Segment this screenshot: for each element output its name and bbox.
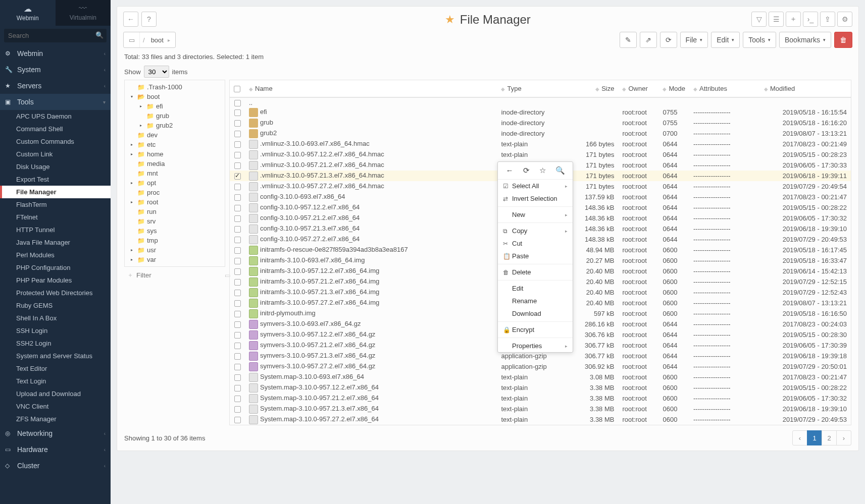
cm-invert-selection[interactable]: ⇄Invert Selection <box>498 192 573 205</box>
cm-star-icon[interactable]: ☆ <box>539 166 546 175</box>
file-name[interactable]: grub2 <box>260 129 277 137</box>
table-row[interactable]: grub2 inode-directory root:root 0700 ---… <box>230 128 851 139</box>
row-checkbox[interactable] <box>234 109 241 116</box>
table-row[interactable]: System.map-3.10.0-957.21.3.el7.x86_64 te… <box>230 404 851 414</box>
row-checkbox[interactable] <box>234 353 241 360</box>
table-row[interactable]: System.map-3.10.0-957.27.2.el7.x86_64 te… <box>230 414 851 425</box>
row-checkbox[interactable] <box>234 321 241 328</box>
back-button[interactable]: ← <box>123 12 138 27</box>
nav-system[interactable]: 🔧System‹ <box>0 62 111 78</box>
tree-item-sys[interactable]: 📁sys <box>128 226 222 236</box>
sort-icon[interactable]: ◆ <box>693 86 697 92</box>
file-name[interactable]: config-3.10.0-957.12.2.el7.x86_64 <box>260 203 360 211</box>
sidebar-item-ssh2-login[interactable]: SSH2 Login <box>0 337 111 350</box>
file-name[interactable]: symvers-3.10.0-957.21.2.el7.x86_64.gz <box>260 341 375 349</box>
file-name[interactable]: System.map-3.10.0-957.12.2.el7.x86_64 <box>260 383 379 391</box>
refresh-button[interactable]: ⟳ <box>660 32 677 48</box>
toggle-icon[interactable]: ▸ <box>131 181 137 185</box>
file-name[interactable]: initramfs-0-rescue-0e827f859a394ad3b8a3e… <box>260 246 408 253</box>
row-checkbox[interactable] <box>234 332 241 339</box>
row-checkbox[interactable] <box>234 247 241 254</box>
sidebar-search-input[interactable] <box>4 29 107 42</box>
sidebar-item-flashterm[interactable]: FlashTerm <box>0 198 111 211</box>
delete-button[interactable]: 🗑 <box>834 32 852 48</box>
cm-download[interactable]: Download <box>498 307 573 320</box>
file-name[interactable]: symvers-3.10.0-693.el7.x86_64.gz <box>260 320 361 327</box>
col-size[interactable]: Size <box>601 85 614 92</box>
toggle-icon[interactable] <box>131 209 137 214</box>
file-name[interactable]: config-3.10.0-693.el7.x86_64 <box>260 193 345 200</box>
row-checkbox[interactable] <box>234 258 241 264</box>
cm-refresh-icon[interactable]: ⟳ <box>523 166 530 175</box>
file-name[interactable]: initrd-plymouth.img <box>260 309 316 317</box>
sidebar-item-php-configuration[interactable]: PHP Configuration <box>0 261 111 274</box>
cm-edit[interactable]: Edit <box>498 282 573 295</box>
col-owner[interactable]: Owner <box>628 85 647 92</box>
cm-paste[interactable]: 📋Paste <box>498 250 573 262</box>
file-name[interactable]: System.map-3.10.0-957.27.2.el7.x86_64 <box>260 415 379 423</box>
tools-menu[interactable]: Tools▾ <box>743 32 776 48</box>
row-checkbox[interactable] <box>234 131 241 137</box>
toggle-icon[interactable]: ▸ <box>131 200 137 204</box>
row-checkbox[interactable] <box>234 311 241 317</box>
nav-servers[interactable]: ★Servers‹ <box>0 78 111 94</box>
tree-item-home[interactable]: ▸📁home <box>128 149 222 159</box>
toggle-icon[interactable] <box>131 133 137 137</box>
tree-item-srv[interactable]: 📁srv <box>128 216 222 226</box>
toggle-icon[interactable]: ▸ <box>140 104 146 108</box>
toggle-icon[interactable]: ▸ <box>131 152 137 156</box>
file-name[interactable]: symvers-3.10.0-957.27.2.el7.x86_64.gz <box>260 362 375 370</box>
table-row[interactable]: symvers-3.10.0-957.27.2.el7.x86_64.gz ap… <box>230 361 851 372</box>
nav-webmin[interactable]: ⚙Webmin‹ <box>0 45 111 62</box>
tree-item-grub2[interactable]: ▸📁grub2 <box>128 121 222 130</box>
file-name[interactable]: efi <box>260 108 267 116</box>
columns-icon[interactable]: ☰ <box>769 12 784 27</box>
tree-item-root[interactable]: ▸📁root <box>128 197 222 207</box>
tree-item-media[interactable]: 📁media <box>128 159 222 169</box>
sidebar-item-vnc-client[interactable]: VNC Client <box>0 400 111 413</box>
col-type[interactable]: Type <box>507 85 521 92</box>
tree-item-proc[interactable]: 📁proc <box>128 188 222 197</box>
row-checkbox[interactable] <box>234 396 241 402</box>
cm-back-icon[interactable]: ← <box>506 166 514 175</box>
page-prev[interactable]: ‹ <box>792 430 807 445</box>
tree-item-dev[interactable]: 📁dev <box>128 130 222 140</box>
export-icon[interactable]: ⇪ <box>820 12 835 27</box>
help-button[interactable]: ? <box>141 12 157 27</box>
tree-item-opt[interactable]: ▸📁opt <box>128 178 222 188</box>
sort-icon[interactable]: ◆ <box>622 86 626 92</box>
row-checkbox[interactable] <box>234 173 241 180</box>
tree-item-run[interactable]: 📁run <box>128 207 222 216</box>
gear-icon[interactable]: ⚙ <box>837 12 852 27</box>
file-name[interactable]: System.map-3.10.0-957.21.2.el7.x86_64 <box>260 394 379 402</box>
row-checkbox[interactable] <box>234 226 241 233</box>
file-name[interactable]: symvers-3.10.0-957.12.2.el7.x86_64.gz <box>260 330 375 338</box>
sidebar-item-upload-and-download[interactable]: Upload and Download <box>0 387 111 400</box>
sidebar-item-text-editor[interactable]: Text Editor <box>0 362 111 375</box>
toggle-icon[interactable]: ▸ <box>131 142 137 147</box>
row-checkbox[interactable] <box>234 364 241 370</box>
sidebar-item-command-shell[interactable]: Command Shell <box>0 123 111 135</box>
sidebar-item-http-tunnel[interactable]: HTTP Tunnel <box>0 223 111 236</box>
tab-webmin[interactable]: ☁ Webmin <box>0 0 56 26</box>
col-attributes[interactable]: Attributes <box>699 85 727 92</box>
file-name[interactable]: grub <box>260 119 273 126</box>
plus-icon[interactable]: ＋ <box>127 271 133 279</box>
page-1[interactable]: 1 <box>807 430 822 445</box>
parent-dir[interactable]: .. <box>249 99 252 106</box>
tree-item-mnt[interactable]: 📁mnt <box>128 169 222 178</box>
toggle-icon[interactable] <box>131 229 137 233</box>
nav-hardware[interactable]: ▭Hardware‹ <box>0 441 111 458</box>
row-checkbox[interactable] <box>234 417 241 423</box>
sidebar-item-export-test[interactable]: Export Test <box>0 173 111 186</box>
file-name[interactable]: initramfs-3.10.0-957.12.2.el7.x86_64.img <box>260 267 379 274</box>
sidebar-item-ftelnet[interactable]: FTelnet <box>0 211 111 223</box>
sidebar-item-php-pear-modules[interactable]: PHP Pear Modules <box>0 274 111 287</box>
sort-icon[interactable]: ◆ <box>501 86 505 92</box>
row-checkbox[interactable] <box>234 184 241 190</box>
select-all-checkbox[interactable] <box>234 86 240 92</box>
file-name[interactable]: .vmlinuz-3.10.0-957.21.2.el7.x86_64.hmac <box>260 161 384 169</box>
toggle-icon[interactable] <box>140 114 146 118</box>
row-checkbox[interactable] <box>234 194 241 201</box>
toggle-icon[interactable]: ▸ <box>131 257 137 262</box>
